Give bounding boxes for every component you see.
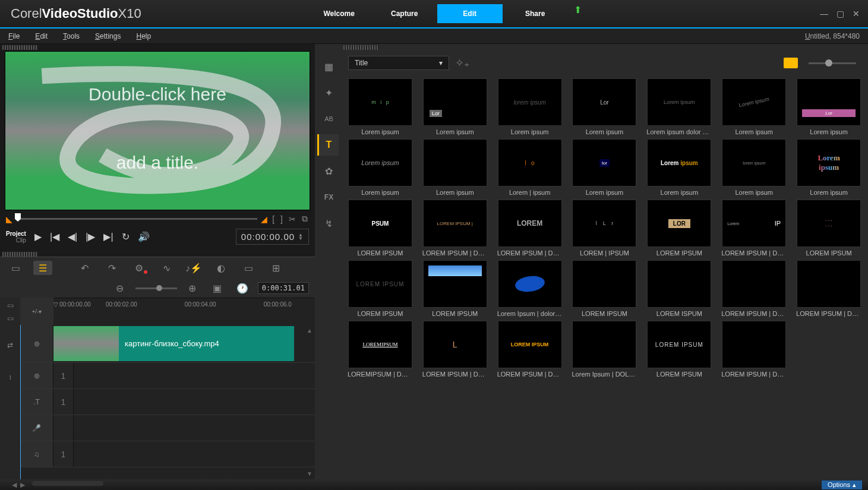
h-scrollbar[interactable] xyxy=(32,481,103,486)
redo-button[interactable]: ↷ xyxy=(102,261,121,275)
title-preset-item[interactable]: LOREMLOREM IPSUM | DOL… xyxy=(495,200,564,257)
title-preset-item[interactable]: Lorem ipsum xyxy=(421,139,490,196)
title-preset-item[interactable]: LORLOREM IPSUM xyxy=(645,200,714,257)
panel-grip[interactable] xyxy=(2,45,38,50)
title-preset-item[interactable]: LOREM IPSUMLOREM IPSUM | DOL… xyxy=(495,321,564,378)
library-graphic-tab[interactable]: ✿ xyxy=(317,160,339,182)
thumbnail-view-button[interactable] xyxy=(784,58,798,68)
multi-view-button[interactable]: ⊞ xyxy=(266,261,285,275)
title-preset-item[interactable]: Lorem Ipsum | dolor sit … xyxy=(495,260,564,317)
title-preset-item[interactable]: LOREM ISPUM xyxy=(645,260,714,317)
upload-icon[interactable]: ⬆ xyxy=(574,4,582,23)
zoom-in-button[interactable]: ⊕ xyxy=(183,281,202,295)
cut-icon[interactable]: ✂ xyxy=(288,214,297,224)
library-media-tab[interactable]: ▦ xyxy=(317,56,339,77)
auto-music-button[interactable]: ♪⚡ xyxy=(184,261,203,275)
tab-share[interactable]: Share xyxy=(503,4,568,23)
video-track-icon[interactable]: ⊛ xyxy=(20,325,53,362)
library-fastflick-tab[interactable]: ✦ xyxy=(317,82,339,103)
title-preset-item[interactable]: m i pLorem ipsum xyxy=(346,78,415,135)
track-insert-icon[interactable]: ↕ xyxy=(0,364,20,390)
fit-button[interactable]: ▣ xyxy=(208,281,227,295)
title-preset-item[interactable]: Lorem ipsumLorem ipsum xyxy=(645,139,714,196)
volume-button[interactable]: 🔊 xyxy=(135,230,152,244)
next-frame-button[interactable]: |▶ xyxy=(83,230,97,244)
title-preset-item[interactable]: LOREM IPSUM |LOREM IPSUM | DOL… xyxy=(421,200,490,257)
title-preset-item[interactable]: · · ·· · ·LOREM IPSUM xyxy=(794,200,863,257)
library-title-tab[interactable]: T xyxy=(317,134,339,156)
scrub-track[interactable] xyxy=(16,218,257,220)
tab-welcome[interactable]: Welcome xyxy=(307,4,372,23)
storyboard-view-button[interactable]: ▭ xyxy=(6,261,25,275)
menu-settings[interactable]: Settings xyxy=(95,32,121,40)
clock-icon[interactable]: 🕐 xyxy=(233,281,252,295)
title-preset-item[interactable]: LOREM IPSUM | DOL… xyxy=(719,321,788,378)
title-preset-item[interactable]: LOREMIPSUMLOREMIPSUM | DOLO… xyxy=(346,321,415,378)
menu-file[interactable]: File xyxy=(8,32,20,40)
prev-frame-button[interactable]: ◀| xyxy=(65,230,80,244)
timecode-display[interactable]: 00:00:00.00 ▲▼ xyxy=(236,229,309,245)
title-preset-item[interactable]: l L rLOREM | IPSUM xyxy=(570,200,639,257)
subtitle-button[interactable]: ▭ xyxy=(239,261,258,275)
title-preset-item[interactable]: LoremipsumLorem ipsum xyxy=(794,139,863,196)
tab-capture[interactable]: Capture xyxy=(372,4,437,23)
tab-edit[interactable]: Edit xyxy=(437,4,503,23)
bracket-out-icon[interactable]: ] xyxy=(279,214,284,224)
end-button[interactable]: ▶| xyxy=(101,230,115,244)
mark-out-icon[interactable]: ◢ xyxy=(261,214,267,224)
title-preset-item[interactable]: l oLorem | ipsum xyxy=(495,139,564,196)
play-button[interactable]: ▶ xyxy=(32,230,44,244)
close-icon[interactable]: ✕ xyxy=(853,9,860,18)
favorite-add-icon[interactable]: ✧₊ xyxy=(455,56,470,69)
panel-grip[interactable] xyxy=(2,252,38,257)
maximize-icon[interactable]: ▢ xyxy=(837,9,844,18)
motion-button[interactable]: ◐ xyxy=(212,261,231,275)
voice-track-icon[interactable]: 🎤 xyxy=(20,415,53,441)
title-preset-item[interactable]: LorLorem ipsum xyxy=(570,78,639,135)
title-preset-item[interactable]: Lorem ipsumLorem ipsum xyxy=(719,78,788,135)
panel-grip[interactable] xyxy=(343,45,379,50)
timecode-spinner[interactable]: ▲▼ xyxy=(298,233,304,241)
title-preset-item[interactable]: PSUMLOREM IPSUM xyxy=(346,200,415,257)
zoom-out-button[interactable]: ⊖ xyxy=(111,281,130,295)
title-track-icon[interactable]: .T xyxy=(20,389,53,415)
scroll-up-icon[interactable]: ▲ xyxy=(307,327,313,334)
record-button[interactable]: ⚙ xyxy=(130,261,149,275)
track-view-2-icon[interactable]: ▭ xyxy=(0,312,20,325)
timeline-clip[interactable]: картинг-близко_сбоку.mp4 xyxy=(53,326,294,361)
category-select[interactable]: Title▾ xyxy=(348,56,449,70)
title-preset-item[interactable]: LorLorem ipsum xyxy=(794,78,863,135)
menu-help[interactable]: Help xyxy=(136,32,151,40)
track-add-menu[interactable]: +/- ▾ xyxy=(20,298,53,325)
expand-icon[interactable]: ⧉ xyxy=(301,214,309,224)
scroll-down-icon[interactable]: ▼ xyxy=(307,470,313,477)
menu-tools[interactable]: Tools xyxy=(63,32,80,40)
title-preset-item[interactable]: lorem ipsumLorem ipsum xyxy=(719,139,788,196)
title-preset-item[interactable]: Lorem IpsumLorem ipsum dolor sit a… xyxy=(645,78,714,135)
title-preset-item[interactable]: LOREM IPSUMLOREM IPSUM xyxy=(346,260,415,317)
audio-mixer-button[interactable]: ∿ xyxy=(157,261,176,275)
title-preset-item[interactable]: Lorem ipsumLorem ipsum xyxy=(346,139,415,196)
title-preset-item[interactable]: LOREM IPSUMLOREM IPSUM xyxy=(645,321,714,378)
zoom-slider[interactable] xyxy=(135,287,177,289)
overlay-track-icon[interactable]: ⊛ xyxy=(20,363,53,388)
bracket-in-icon[interactable]: [ xyxy=(271,214,276,224)
title-preset-item[interactable]: LLOREM IPSUM | DOL… xyxy=(421,321,490,378)
loop-button[interactable]: ↻ xyxy=(119,230,132,244)
title-preset-item[interactable]: lorLorem ipsum xyxy=(570,139,639,196)
track-view-1-icon[interactable]: ▭ xyxy=(0,299,20,312)
title-preset-item[interactable]: LOREM IPSUM xyxy=(421,260,490,317)
undo-button[interactable]: ↶ xyxy=(75,261,94,275)
scroll-left-icon[interactable]: ◀ xyxy=(12,481,17,489)
library-filter-tab[interactable]: FX xyxy=(317,186,339,208)
thumbnail-size-slider[interactable] xyxy=(809,62,856,64)
library-path-tab[interactable]: ↯ xyxy=(317,213,339,234)
title-preset-item[interactable]: LOREM IPSUM xyxy=(570,260,639,317)
project-duration[interactable]: 0:00:31.01 xyxy=(258,282,309,294)
title-preset-item[interactable]: Lorem Ipsum | DOLOR … xyxy=(570,321,639,378)
scroll-right-icon[interactable]: ▶ xyxy=(20,481,25,489)
play-mode-toggle[interactable]: Project Clip xyxy=(6,230,26,244)
timeline-view-button[interactable]: ☰ xyxy=(33,261,52,275)
title-preset-item[interactable]: LorLorem ipsum xyxy=(421,78,490,135)
options-button[interactable]: Options ▴ xyxy=(822,480,862,489)
